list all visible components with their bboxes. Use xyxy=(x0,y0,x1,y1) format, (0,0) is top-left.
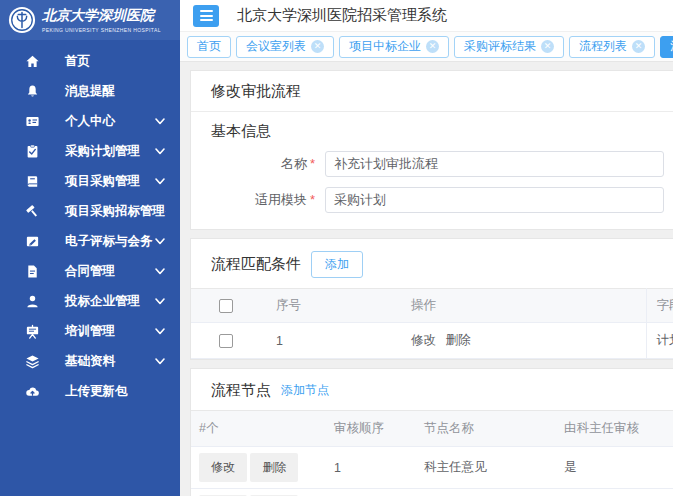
sidebar-item-bidder-enterprises[interactable]: 投标企业管理 xyxy=(0,286,180,316)
cloud-upload-icon xyxy=(25,383,42,400)
sidebar-item-bidding-management[interactable]: 项目采购招标管理 xyxy=(0,196,180,226)
tab-label: 项目中标企业 xyxy=(349,38,421,55)
gavel-icon xyxy=(25,203,42,220)
close-icon[interactable]: ✕ xyxy=(426,40,439,53)
modify-button[interactable]: 修改 xyxy=(199,453,247,482)
row-checkbox[interactable] xyxy=(219,334,233,348)
tablet-edit-icon xyxy=(25,233,42,250)
modify-link[interactable]: 修改 xyxy=(411,333,436,347)
extra-column-header: 字段 xyxy=(646,289,673,323)
sidebar-menu: 首页 消息提醒 个人中心 采购计划管理 项目采购管理 项目采购招标管理 xyxy=(0,40,180,406)
tab-bar: 首页 会议室列表 ✕ 项目中标企业 ✕ 采购评标结果 ✕ 流程列表 ✕ 流程 ✕ xyxy=(180,32,673,62)
id-card-icon xyxy=(25,113,42,130)
close-icon[interactable]: ✕ xyxy=(311,40,324,53)
sidebar-item-contract-management[interactable]: 合同管理 xyxy=(0,256,180,286)
tab-process[interactable]: 流程 ✕ xyxy=(660,36,673,58)
tab-label: 首页 xyxy=(197,38,221,55)
match-conditions-header: 流程匹配条件 添加 xyxy=(191,239,673,288)
delete-link[interactable]: 删除 xyxy=(445,333,470,347)
sidebar-item-procurement-plan[interactable]: 采购计划管理 xyxy=(0,136,180,166)
home-icon xyxy=(25,53,42,70)
menu-toggle-button[interactable] xyxy=(193,5,219,27)
actions-column-header: 操作 xyxy=(401,289,646,323)
sidebar-item-personal-center[interactable]: 个人中心 xyxy=(0,106,180,136)
module-select[interactable] xyxy=(325,187,664,213)
chevron-down-icon xyxy=(154,115,166,127)
hospital-emblem-icon xyxy=(8,6,36,34)
sidebar-item-label: 投标企业管理 xyxy=(65,293,154,310)
hospital-name-en: PEKING UNIVERSITY SHENZHEN HOSPITAL xyxy=(42,27,161,33)
chevron-down-icon xyxy=(154,265,166,277)
process-nodes-table: #个 审核顺序 节点名称 由科主任审核 修改 删除 1 科主任意见 xyxy=(191,410,673,496)
user-icon xyxy=(25,293,42,310)
sidebar-item-label: 培训管理 xyxy=(65,323,154,340)
tab-label: 采购评标结果 xyxy=(464,38,536,55)
chevron-down-icon xyxy=(165,205,166,217)
name-form-row: 名称* xyxy=(211,151,664,177)
sidebar-item-label: 采购计划管理 xyxy=(65,143,154,160)
select-all-checkbox[interactable] xyxy=(219,299,233,313)
tab-meeting-room-list[interactable]: 会议室列表 ✕ xyxy=(236,36,334,58)
seq-cell: 1 xyxy=(266,323,401,359)
main-area: 北京大学深圳医院招采管理系统 首页 会议室列表 ✕ 项目中标企业 ✕ 采购评标结… xyxy=(180,0,673,496)
sidebar-item-training-management[interactable]: 培训管理 xyxy=(0,316,180,346)
table-row: 1 修改 删除 计划类型 xyxy=(191,323,673,359)
add-condition-button[interactable]: 添加 xyxy=(311,251,363,278)
seq-column-header: 序号 xyxy=(266,289,401,323)
add-node-link[interactable]: 添加节点 xyxy=(281,382,329,399)
chevron-down-icon xyxy=(154,235,166,247)
name-input[interactable] xyxy=(325,151,664,177)
hospital-logo: 北京大学深圳医院 PEKING UNIVERSITY SHENZHEN HOSP… xyxy=(0,0,180,40)
chevron-down-icon xyxy=(154,145,166,157)
table-row: 修改 删除 2 采购员意见 否 xyxy=(191,489,673,496)
extra-cell: 计划类型 xyxy=(646,323,673,359)
match-conditions-card: 流程匹配条件 添加 序号 操作 字段 1 xyxy=(190,238,673,360)
sidebar-item-label: 个人中心 xyxy=(65,113,154,130)
sidebar: 北京大学深圳医院 PEKING UNIVERSITY SHENZHEN HOSP… xyxy=(0,0,180,496)
delete-button[interactable]: 删除 xyxy=(250,453,298,482)
sidebar-item-upload-package[interactable]: 上传更新包 xyxy=(0,376,180,406)
sidebar-item-messages[interactable]: 消息提醒 xyxy=(0,76,180,106)
chevron-down-icon xyxy=(154,175,166,187)
close-icon[interactable]: ✕ xyxy=(541,40,554,53)
contract-icon xyxy=(25,263,42,280)
match-conditions-table: 序号 操作 字段 1 修改 删除 计划类型 xyxy=(191,288,673,359)
module-form-row: 适用模块* xyxy=(211,187,664,213)
dept-review-cell: 否 xyxy=(556,489,673,496)
basic-info-body: 基本信息 名称* 适用模块* xyxy=(191,112,673,229)
sidebar-item-home[interactable]: 首页 xyxy=(0,46,180,76)
name-label: 名称* xyxy=(211,155,315,173)
table-row: 修改 删除 1 科主任意见 是 xyxy=(191,447,673,489)
presentation-icon xyxy=(25,323,42,340)
tab-process-list[interactable]: 流程列表 ✕ xyxy=(569,36,655,58)
row-select-cell xyxy=(191,323,266,359)
sidebar-item-label: 项目采购管理 xyxy=(65,173,154,190)
dept-review-cell: 是 xyxy=(556,447,673,489)
topbar: 北京大学深圳医院招采管理系统 xyxy=(180,0,673,32)
process-nodes-header: 流程节点 添加节点 xyxy=(191,369,673,410)
tab-label: 流程列表 xyxy=(579,38,627,55)
required-mark: * xyxy=(310,156,315,171)
name-column-header: 节点名称 xyxy=(416,411,556,447)
sidebar-item-label: 消息提醒 xyxy=(65,83,166,100)
ops-cell: 修改 删除 xyxy=(191,489,326,496)
process-nodes-card: 流程节点 添加节点 #个 审核顺序 节点名称 由科主任审核 修改 xyxy=(190,368,673,496)
tab-winning-enterprises[interactable]: 项目中标企业 ✕ xyxy=(339,36,449,58)
node-name-cell: 科主任意见 xyxy=(416,447,556,489)
book-icon xyxy=(25,173,42,190)
bell-icon xyxy=(25,83,42,100)
sidebar-item-basic-data[interactable]: 基础资料 xyxy=(0,346,180,376)
sidebar-item-project-procurement[interactable]: 项目采购管理 xyxy=(0,166,180,196)
sidebar-item-label: 上传更新包 xyxy=(65,383,166,400)
tab-home[interactable]: 首页 xyxy=(187,36,231,58)
basic-info-section-title: 基本信息 xyxy=(211,122,664,141)
hospital-name: 北京大学深圳医院 xyxy=(42,7,161,25)
match-conditions-title: 流程匹配条件 xyxy=(211,255,301,274)
required-mark: * xyxy=(310,192,315,207)
layers-icon xyxy=(25,353,42,370)
close-icon[interactable]: ✕ xyxy=(632,40,645,53)
module-label: 适用模块* xyxy=(211,191,315,209)
sidebar-item-e-evaluation[interactable]: 电子评标与会务 xyxy=(0,226,180,256)
tab-evaluation-results[interactable]: 采购评标结果 ✕ xyxy=(454,36,564,58)
basic-info-card: 修改审批流程 基本信息 名称* 适用模块* xyxy=(190,70,673,230)
